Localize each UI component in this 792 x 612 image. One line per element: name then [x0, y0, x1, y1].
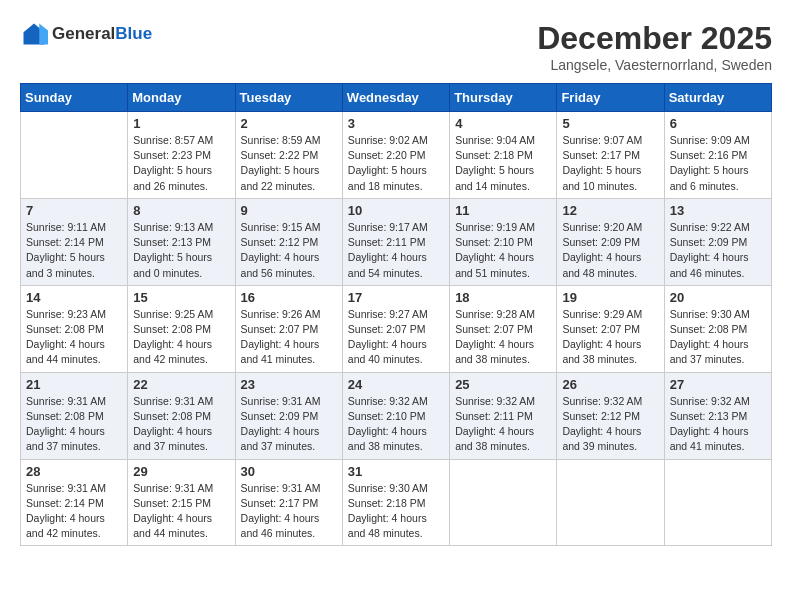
cell-info: Sunrise: 9:20 AM Sunset: 2:09 PM Dayligh…: [562, 220, 658, 281]
cell-info: Sunrise: 9:32 AM Sunset: 2:11 PM Dayligh…: [455, 394, 551, 455]
cell-info: Sunrise: 9:15 AM Sunset: 2:12 PM Dayligh…: [241, 220, 337, 281]
cell-day-number: 14: [26, 290, 122, 305]
logo: GeneralBlue: [20, 20, 152, 48]
day-header-friday: Friday: [557, 84, 664, 112]
cell-info: Sunrise: 9:22 AM Sunset: 2:09 PM Dayligh…: [670, 220, 766, 281]
calendar-cell: 22Sunrise: 9:31 AM Sunset: 2:08 PM Dayli…: [128, 372, 235, 459]
cell-day-number: 16: [241, 290, 337, 305]
cell-info: Sunrise: 9:04 AM Sunset: 2:18 PM Dayligh…: [455, 133, 551, 194]
cell-day-number: 4: [455, 116, 551, 131]
cell-info: Sunrise: 9:13 AM Sunset: 2:13 PM Dayligh…: [133, 220, 229, 281]
cell-day-number: 13: [670, 203, 766, 218]
calendar-cell: 31Sunrise: 9:30 AM Sunset: 2:18 PM Dayli…: [342, 459, 449, 546]
logo-icon: [20, 20, 48, 48]
cell-day-number: 28: [26, 464, 122, 479]
calendar-cell: [21, 112, 128, 199]
cell-info: Sunrise: 9:28 AM Sunset: 2:07 PM Dayligh…: [455, 307, 551, 368]
calendar: SundayMondayTuesdayWednesdayThursdayFrid…: [20, 83, 772, 546]
cell-info: Sunrise: 9:02 AM Sunset: 2:20 PM Dayligh…: [348, 133, 444, 194]
calendar-cell: 27Sunrise: 9:32 AM Sunset: 2:13 PM Dayli…: [664, 372, 771, 459]
calendar-cell: [450, 459, 557, 546]
cell-day-number: 29: [133, 464, 229, 479]
cell-day-number: 27: [670, 377, 766, 392]
cell-day-number: 30: [241, 464, 337, 479]
cell-info: Sunrise: 9:31 AM Sunset: 2:14 PM Dayligh…: [26, 481, 122, 542]
cell-day-number: 19: [562, 290, 658, 305]
cell-day-number: 2: [241, 116, 337, 131]
cell-info: Sunrise: 9:31 AM Sunset: 2:08 PM Dayligh…: [133, 394, 229, 455]
calendar-cell: 16Sunrise: 9:26 AM Sunset: 2:07 PM Dayli…: [235, 285, 342, 372]
cell-info: Sunrise: 9:09 AM Sunset: 2:16 PM Dayligh…: [670, 133, 766, 194]
calendar-cell: 24Sunrise: 9:32 AM Sunset: 2:10 PM Dayli…: [342, 372, 449, 459]
cell-day-number: 26: [562, 377, 658, 392]
cell-day-number: 10: [348, 203, 444, 218]
week-row-1: 1Sunrise: 8:57 AM Sunset: 2:23 PM Daylig…: [21, 112, 772, 199]
cell-day-number: 11: [455, 203, 551, 218]
title-area: December 2025 Langsele, Vaesternorrland,…: [537, 20, 772, 73]
cell-info: Sunrise: 9:30 AM Sunset: 2:08 PM Dayligh…: [670, 307, 766, 368]
cell-day-number: 15: [133, 290, 229, 305]
month-title: December 2025: [537, 20, 772, 57]
cell-info: Sunrise: 9:17 AM Sunset: 2:11 PM Dayligh…: [348, 220, 444, 281]
cell-info: Sunrise: 9:26 AM Sunset: 2:07 PM Dayligh…: [241, 307, 337, 368]
calendar-cell: 6Sunrise: 9:09 AM Sunset: 2:16 PM Daylig…: [664, 112, 771, 199]
cell-day-number: 3: [348, 116, 444, 131]
calendar-cell: 2Sunrise: 8:59 AM Sunset: 2:22 PM Daylig…: [235, 112, 342, 199]
cell-info: Sunrise: 8:57 AM Sunset: 2:23 PM Dayligh…: [133, 133, 229, 194]
week-row-5: 28Sunrise: 9:31 AM Sunset: 2:14 PM Dayli…: [21, 459, 772, 546]
calendar-cell: 8Sunrise: 9:13 AM Sunset: 2:13 PM Daylig…: [128, 198, 235, 285]
cell-info: Sunrise: 9:23 AM Sunset: 2:08 PM Dayligh…: [26, 307, 122, 368]
cell-day-number: 18: [455, 290, 551, 305]
cell-day-number: 1: [133, 116, 229, 131]
cell-info: Sunrise: 9:32 AM Sunset: 2:10 PM Dayligh…: [348, 394, 444, 455]
calendar-cell: 21Sunrise: 9:31 AM Sunset: 2:08 PM Dayli…: [21, 372, 128, 459]
calendar-cell: 19Sunrise: 9:29 AM Sunset: 2:07 PM Dayli…: [557, 285, 664, 372]
calendar-cell: 30Sunrise: 9:31 AM Sunset: 2:17 PM Dayli…: [235, 459, 342, 546]
cell-day-number: 7: [26, 203, 122, 218]
calendar-cell: 1Sunrise: 8:57 AM Sunset: 2:23 PM Daylig…: [128, 112, 235, 199]
cell-info: Sunrise: 9:30 AM Sunset: 2:18 PM Dayligh…: [348, 481, 444, 542]
cell-day-number: 24: [348, 377, 444, 392]
day-header-monday: Monday: [128, 84, 235, 112]
cell-day-number: 9: [241, 203, 337, 218]
cell-day-number: 23: [241, 377, 337, 392]
week-row-4: 21Sunrise: 9:31 AM Sunset: 2:08 PM Dayli…: [21, 372, 772, 459]
cell-info: Sunrise: 9:31 AM Sunset: 2:15 PM Dayligh…: [133, 481, 229, 542]
calendar-cell: 28Sunrise: 9:31 AM Sunset: 2:14 PM Dayli…: [21, 459, 128, 546]
cell-info: Sunrise: 9:29 AM Sunset: 2:07 PM Dayligh…: [562, 307, 658, 368]
cell-info: Sunrise: 9:07 AM Sunset: 2:17 PM Dayligh…: [562, 133, 658, 194]
cell-info: Sunrise: 9:19 AM Sunset: 2:10 PM Dayligh…: [455, 220, 551, 281]
cell-day-number: 6: [670, 116, 766, 131]
calendar-cell: 20Sunrise: 9:30 AM Sunset: 2:08 PM Dayli…: [664, 285, 771, 372]
location-title: Langsele, Vaesternorrland, Sweden: [537, 57, 772, 73]
calendar-cell: 13Sunrise: 9:22 AM Sunset: 2:09 PM Dayli…: [664, 198, 771, 285]
calendar-cell: 4Sunrise: 9:04 AM Sunset: 2:18 PM Daylig…: [450, 112, 557, 199]
header: GeneralBlue December 2025 Langsele, Vaes…: [20, 20, 772, 73]
day-header-wednesday: Wednesday: [342, 84, 449, 112]
calendar-cell: 23Sunrise: 9:31 AM Sunset: 2:09 PM Dayli…: [235, 372, 342, 459]
day-header-tuesday: Tuesday: [235, 84, 342, 112]
cell-day-number: 20: [670, 290, 766, 305]
cell-info: Sunrise: 9:32 AM Sunset: 2:12 PM Dayligh…: [562, 394, 658, 455]
week-row-2: 7Sunrise: 9:11 AM Sunset: 2:14 PM Daylig…: [21, 198, 772, 285]
cell-day-number: 22: [133, 377, 229, 392]
calendar-cell: 17Sunrise: 9:27 AM Sunset: 2:07 PM Dayli…: [342, 285, 449, 372]
calendar-cell: 11Sunrise: 9:19 AM Sunset: 2:10 PM Dayli…: [450, 198, 557, 285]
cell-day-number: 5: [562, 116, 658, 131]
logo-blue: Blue: [115, 24, 152, 43]
calendar-cell: [664, 459, 771, 546]
calendar-cell: 12Sunrise: 9:20 AM Sunset: 2:09 PM Dayli…: [557, 198, 664, 285]
cell-info: Sunrise: 9:31 AM Sunset: 2:08 PM Dayligh…: [26, 394, 122, 455]
calendar-cell: 3Sunrise: 9:02 AM Sunset: 2:20 PM Daylig…: [342, 112, 449, 199]
calendar-cell: 25Sunrise: 9:32 AM Sunset: 2:11 PM Dayli…: [450, 372, 557, 459]
cell-day-number: 21: [26, 377, 122, 392]
cell-info: Sunrise: 9:27 AM Sunset: 2:07 PM Dayligh…: [348, 307, 444, 368]
cell-info: Sunrise: 9:31 AM Sunset: 2:09 PM Dayligh…: [241, 394, 337, 455]
header-row: SundayMondayTuesdayWednesdayThursdayFrid…: [21, 84, 772, 112]
calendar-cell: 9Sunrise: 9:15 AM Sunset: 2:12 PM Daylig…: [235, 198, 342, 285]
cell-day-number: 17: [348, 290, 444, 305]
cell-info: Sunrise: 9:31 AM Sunset: 2:17 PM Dayligh…: [241, 481, 337, 542]
cell-day-number: 31: [348, 464, 444, 479]
calendar-cell: 5Sunrise: 9:07 AM Sunset: 2:17 PM Daylig…: [557, 112, 664, 199]
cell-info: Sunrise: 9:11 AM Sunset: 2:14 PM Dayligh…: [26, 220, 122, 281]
